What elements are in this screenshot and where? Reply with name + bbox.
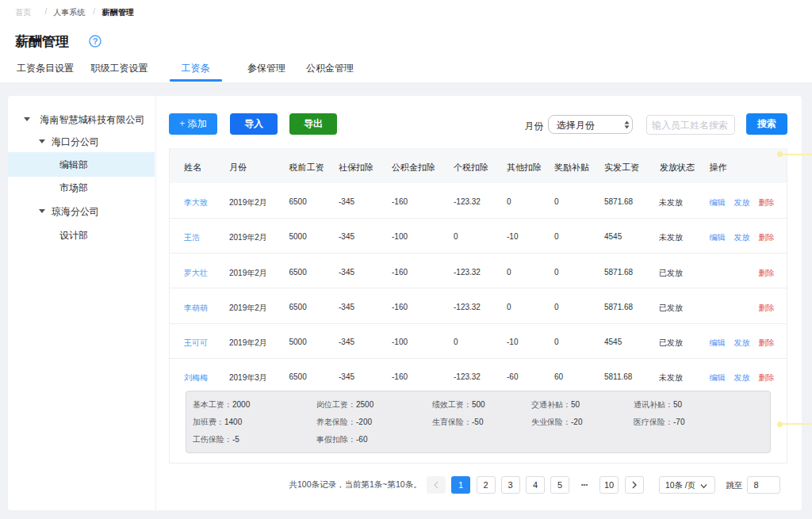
svg-text:?: ? <box>93 36 98 46</box>
